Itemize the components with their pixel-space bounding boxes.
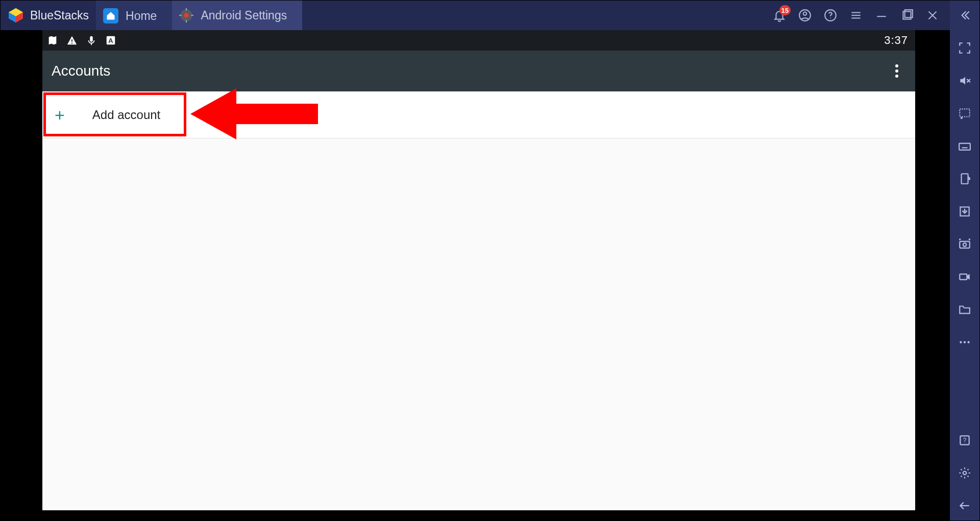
svg-rect-3 [186, 20, 187, 22]
svg-text:?: ? [963, 437, 967, 444]
svg-point-9 [830, 18, 831, 19]
accounts-list: + Add account [42, 91, 915, 510]
svg-rect-19 [71, 43, 72, 44]
svg-point-47 [963, 471, 967, 475]
svg-rect-5 [191, 15, 194, 16]
svg-text:APK: APK [962, 209, 968, 212]
volume-mute-button[interactable] [957, 73, 972, 88]
bluestacks-logo-icon [6, 5, 26, 26]
map-icon [46, 34, 59, 46]
auto-icon: A [105, 34, 117, 46]
settings-button[interactable] [957, 465, 972, 481]
home-icon [103, 8, 118, 23]
svg-rect-18 [71, 39, 72, 42]
svg-point-39 [963, 243, 967, 247]
svg-rect-40 [960, 274, 967, 280]
add-account-row[interactable]: + Add account [42, 91, 915, 138]
hamburger-menu-button[interactable] [849, 8, 863, 22]
right-toolbar: APK ? [950, 1, 979, 520]
media-folder-button[interactable] [957, 302, 972, 317]
svg-rect-2 [186, 8, 187, 11]
tab-home-label: Home [126, 9, 157, 23]
back-button[interactable] [957, 498, 972, 513]
svg-rect-34 [962, 174, 968, 184]
android-screen: A 3:37 Accounts + Add account [42, 30, 915, 510]
svg-point-44 [967, 341, 969, 343]
gear-icon [179, 8, 193, 22]
android-status-bar: A 3:37 [42, 30, 915, 51]
maximize-button[interactable] [900, 8, 914, 22]
mic-icon [85, 34, 97, 46]
minimize-button[interactable] [874, 8, 889, 22]
warning-icon [66, 34, 78, 46]
screenshot-button[interactable] [957, 236, 972, 252]
app-name: BlueStacks [30, 9, 89, 22]
emulator-viewport: A 3:37 Accounts + Add account [1, 30, 950, 520]
svg-point-7 [803, 12, 807, 16]
fullscreen-button[interactable] [957, 40, 972, 56]
tab-android-settings[interactable]: Android Settings [172, 1, 302, 30]
status-time: 3:37 [884, 34, 908, 47]
account-button[interactable] [798, 8, 812, 22]
overflow-menu-button[interactable] [890, 64, 904, 78]
rotate-button[interactable] [957, 171, 972, 186]
svg-rect-27 [960, 109, 970, 116]
accounts-header: Accounts [42, 51, 915, 91]
svg-point-43 [964, 341, 966, 343]
help-button[interactable] [823, 8, 838, 22]
svg-point-1 [184, 13, 189, 17]
tab-home[interactable]: Home [96, 1, 172, 30]
close-button[interactable] [925, 8, 940, 22]
svg-rect-4 [179, 15, 182, 16]
keymap-button[interactable] [957, 106, 972, 121]
tab-settings-label: Android Settings [201, 9, 287, 22]
svg-point-42 [960, 341, 962, 343]
svg-text:A: A [108, 37, 113, 44]
guide-button[interactable]: ? [957, 433, 972, 448]
more-button[interactable] [957, 335, 972, 350]
install-apk-button[interactable]: APK [957, 204, 972, 219]
svg-rect-20 [90, 36, 93, 42]
notification-badge: 15 [779, 5, 791, 15]
add-account-label: Add account [92, 108, 160, 122]
accounts-title: Accounts [52, 63, 110, 79]
svg-rect-28 [959, 144, 970, 150]
svg-rect-38 [960, 242, 970, 248]
keyboard-button[interactable] [957, 138, 972, 154]
record-button[interactable] [957, 269, 972, 285]
notifications-button[interactable]: 15 [772, 8, 787, 22]
collapse-toolbar-button[interactable] [957, 8, 972, 23]
title-bar: BlueStacks Home [1, 1, 950, 30]
plus-icon: + [55, 106, 65, 124]
